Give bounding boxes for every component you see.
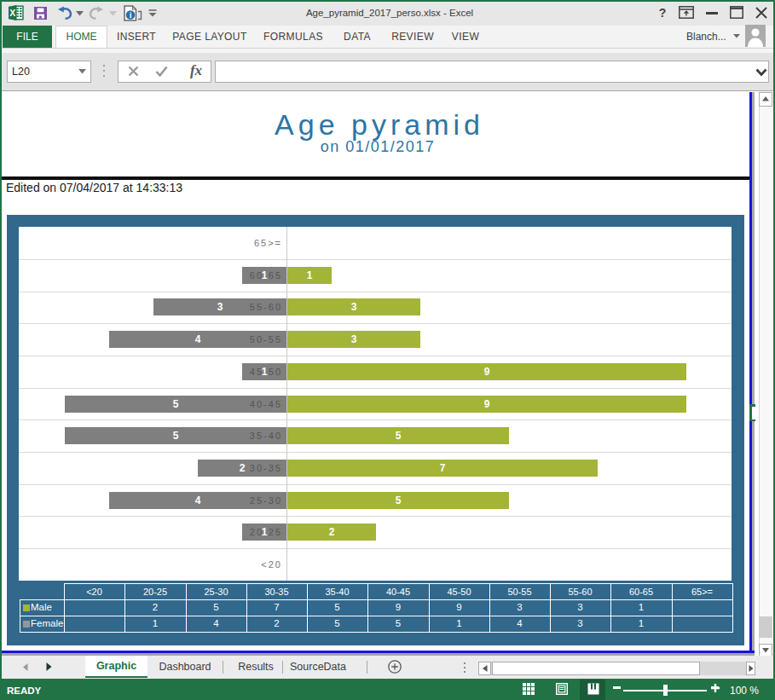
svg-text:i: i: [130, 11, 132, 20]
svg-text:X: X: [9, 8, 15, 18]
